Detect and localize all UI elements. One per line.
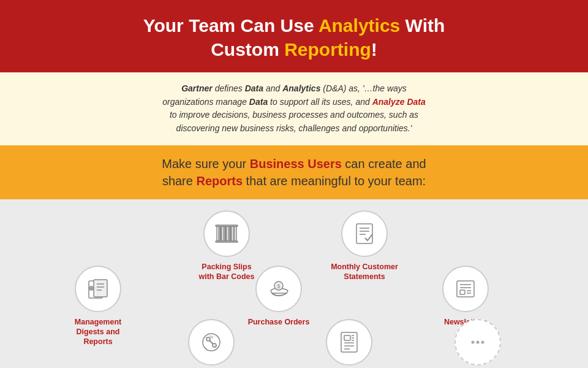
icon-price-discounts: % Price, Discounts: [175, 319, 248, 368]
quote-data2: Data: [249, 97, 268, 107]
svg-rect-5: [230, 226, 231, 241]
icon-monthly-statements: Monthly CustomerStatements: [328, 210, 401, 282]
header-exclaim: !: [371, 39, 377, 59]
svg-rect-6: [232, 226, 233, 241]
svg-rect-24: [457, 281, 474, 297]
svg-rect-1: [220, 226, 221, 241]
barcode-icon: [214, 221, 239, 247]
newsletter-icon: [453, 276, 478, 302]
circle-monthly: [341, 210, 388, 257]
svg-point-32: [213, 343, 216, 347]
monthly-label: Monthly CustomerStatements: [331, 262, 398, 282]
management-icon: [85, 276, 111, 302]
svg-point-44: [481, 340, 484, 343]
discount-icon: %: [198, 329, 224, 355]
svg-rect-15: [94, 280, 107, 297]
quote-section: Gartner defines Data and Analytics (D&A)…: [0, 72, 588, 145]
svg-point-42: [472, 340, 475, 343]
svg-text:$: $: [277, 283, 280, 289]
banner-reports: Reports: [196, 174, 243, 188]
svg-rect-35: [344, 335, 350, 340]
header-with: With: [400, 15, 445, 36]
circle-more: [454, 319, 501, 366]
header-analytics: Analytics: [318, 15, 400, 36]
quote-improve: to improve decisions, business processes…: [170, 110, 418, 133]
header-reporting: Reporting: [284, 39, 371, 59]
icon-and-more: …and more!: [441, 319, 514, 368]
header-custom: Custom: [211, 39, 284, 59]
quote-analytics: Analytics: [282, 83, 320, 93]
svg-rect-3: [225, 226, 226, 241]
purchase-label: Purchase Orders: [248, 317, 310, 327]
banner-section: Make sure your Business Users can create…: [0, 145, 588, 199]
management-label: ManagementDigests andReports: [75, 317, 121, 347]
svg-rect-8: [216, 225, 238, 226]
purchase-icon: $: [266, 276, 292, 302]
quote-support: to support all its uses, and: [268, 97, 372, 107]
circle-newsletters: [442, 266, 489, 312]
svg-rect-2: [222, 226, 224, 241]
header-section: Your Team Can Use Analytics With Custom …: [0, 0, 588, 72]
header-prefix: Your Team Can Use: [143, 15, 318, 36]
circle-invoices: [326, 319, 372, 366]
circle-packing: [203, 210, 250, 257]
circle-price: %: [188, 319, 235, 366]
banner-suffix: that are meaningful to your team:: [243, 174, 426, 188]
svg-text:%: %: [209, 335, 213, 339]
statement-icon: [352, 221, 377, 247]
banner-prefix: Make sure your: [162, 157, 249, 171]
quote-analyze: Analyze Data: [372, 97, 426, 107]
header-title: Your Team Can Use Analytics With Custom …: [49, 13, 539, 61]
icons-section: Packing Slipswith Bar Codes Monthly Cust…: [0, 199, 588, 368]
icon-management: ManagementDigests andReports: [61, 266, 135, 347]
invoice-icon: [336, 329, 362, 355]
quote-defines: defines: [213, 83, 245, 93]
circle-management: [75, 266, 121, 312]
quote-and: and: [263, 83, 282, 93]
svg-rect-9: [216, 241, 238, 242]
icon-newsletters: Newsletters: [429, 266, 502, 327]
icon-invoices: Invoices: [312, 319, 386, 368]
svg-rect-7: [235, 226, 236, 241]
svg-rect-10: [356, 224, 372, 243]
icon-purchase-orders: $ Purchase Orders: [242, 266, 315, 327]
banner-business-users: Business Users: [250, 157, 342, 171]
circle-purchase: $: [255, 266, 302, 312]
svg-rect-27: [460, 290, 465, 294]
more-icon: [465, 329, 491, 355]
svg-point-43: [477, 340, 480, 343]
svg-rect-0: [217, 226, 219, 241]
quote-data1: Data: [245, 83, 263, 93]
svg-rect-4: [227, 226, 228, 241]
quote-gartner: Gartner: [181, 83, 213, 93]
